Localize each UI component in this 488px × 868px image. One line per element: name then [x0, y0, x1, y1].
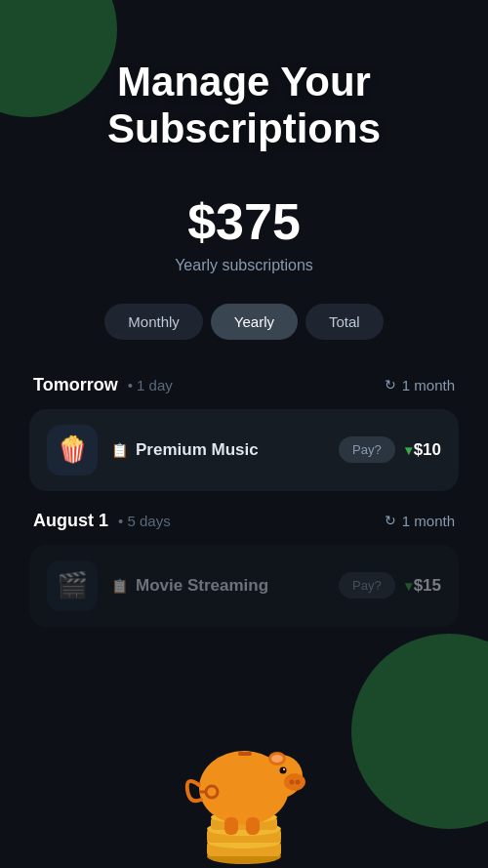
- piggy-section: [0, 653, 488, 868]
- pay-badge-movie[interactable]: Pay?: [339, 572, 395, 599]
- svg-point-10: [271, 755, 283, 763]
- date-header-august: August 1 • 5 days ↻ 1 month: [29, 511, 459, 531]
- calendar-icon-music: 📋: [111, 442, 128, 458]
- sub-info-movie: 📋 Movie Streaming: [111, 576, 325, 596]
- piggy-bank-illustration: [166, 712, 322, 868]
- sub-right-movie: Pay? ▾ $15: [339, 572, 441, 599]
- recycle-label-tomorrow: 1 month: [402, 377, 455, 393]
- calendar-icon-movie: 📋: [111, 578, 128, 594]
- sub-card-premium-music: 🍿 📋 Premium Music Pay? ▾ $10: [29, 409, 459, 491]
- date-name-august: August 1: [33, 511, 108, 531]
- recycle-label-august: 1 month: [402, 513, 455, 529]
- sub-name-movie: Movie Streaming: [136, 576, 268, 596]
- pay-badge-music[interactable]: Pay?: [339, 436, 395, 463]
- svg-rect-17: [224, 817, 238, 835]
- svg-point-15: [283, 768, 285, 770]
- recycle-icon-august: ↻: [385, 513, 396, 528]
- svg-point-14: [280, 767, 287, 774]
- svg-rect-16: [238, 752, 252, 756]
- sub-right-music: Pay? ▾ $10: [339, 436, 441, 463]
- svg-point-13: [296, 780, 301, 785]
- sub-icon-movie: 🎬: [47, 560, 98, 611]
- date-section-tomorrow: Tomorrow • 1 day ↻ 1 month 🍿 📋 Premium M…: [29, 375, 459, 491]
- tab-monthly[interactable]: Monthly: [104, 304, 203, 340]
- date-right-august: ↻ 1 month: [385, 513, 455, 529]
- date-days-tomorrow: • 1 day: [128, 377, 173, 393]
- total-amount: $375: [187, 192, 301, 251]
- date-header-tomorrow: Tomorrow • 1 day ↻ 1 month: [29, 375, 459, 395]
- date-name-tomorrow: Tomorrow: [33, 375, 118, 395]
- tab-switcher: Monthly Yearly Total: [104, 304, 383, 340]
- price-arrow-movie: ▾: [405, 578, 412, 594]
- sub-icon-music: 🍿: [47, 425, 98, 475]
- sub-card-movie: 🎬 📋 Movie Streaming Pay? ▾ $15: [29, 545, 459, 627]
- sub-price-music: ▾ $10: [405, 440, 441, 460]
- date-section-august: August 1 • 5 days ↻ 1 month 🎬 📋 Movie St…: [29, 511, 459, 627]
- date-days-august: • 5 days: [118, 513, 171, 529]
- price-arrow-music: ▾: [405, 442, 412, 458]
- recycle-icon-tomorrow: ↻: [385, 377, 396, 393]
- date-right-tomorrow: ↻ 1 month: [385, 377, 455, 393]
- sub-info-music: 📋 Premium Music: [111, 440, 325, 460]
- sub-price-movie: ▾ $15: [405, 576, 441, 596]
- subscriptions-list: Tomorrow • 1 day ↻ 1 month 🍿 📋 Premium M…: [29, 375, 459, 646]
- page-title: Manage Your Subscriptions: [107, 59, 381, 153]
- svg-rect-18: [246, 817, 260, 835]
- svg-point-12: [290, 780, 295, 785]
- tab-total[interactable]: Total: [305, 304, 384, 340]
- svg-point-11: [284, 773, 305, 791]
- tab-yearly[interactable]: Yearly: [211, 304, 298, 340]
- sub-name-music: Premium Music: [136, 440, 259, 460]
- total-label: Yearly subscriptions: [175, 257, 313, 274]
